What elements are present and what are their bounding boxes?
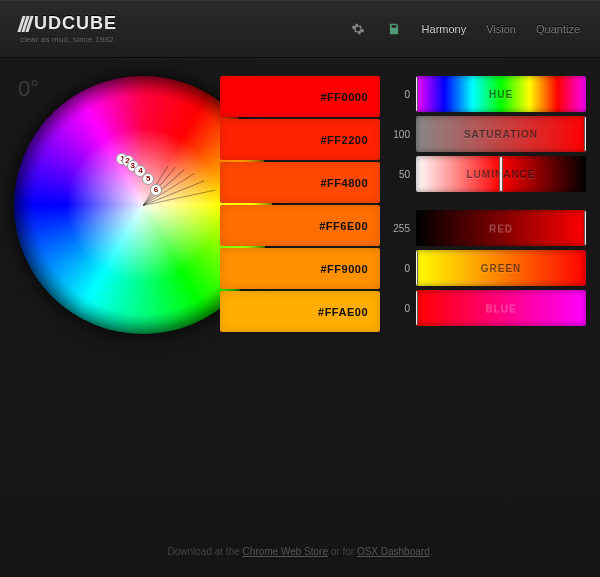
- lum-slider[interactable]: LUMINANCE: [416, 156, 586, 192]
- wheel-point-6[interactable]: 6: [150, 184, 162, 196]
- swatch-list: #FF0000#FF2200#FF4800#FF6E00#FF9000#FFAE…: [220, 76, 380, 334]
- red-handle[interactable]: [584, 210, 586, 246]
- blue-slider[interactable]: BLUE: [416, 290, 586, 326]
- nav-quantize[interactable]: Quantize: [536, 23, 580, 35]
- hue-label: HUE: [416, 76, 586, 112]
- blue-value: 0: [388, 303, 410, 314]
- swatch-4[interactable]: #FF6E00: [220, 205, 380, 246]
- app-root: UDCUBE clear as mud, since 1982 Harmony …: [0, 0, 600, 577]
- red-control: 255 RED: [388, 210, 586, 246]
- brand-tagline: clear as mud, since 1982: [20, 35, 117, 44]
- save-icon[interactable]: [386, 21, 402, 37]
- blue-control: 0 BLUE: [388, 290, 586, 326]
- swatch-6[interactable]: #FFAE00: [220, 291, 380, 332]
- sat-value: 100: [388, 129, 410, 140]
- controls: 0 HUE 100 SATURATION 50 LUMINANCE: [388, 76, 586, 334]
- luminance-control: 50 LUMINANCE: [388, 156, 586, 192]
- nav-vision[interactable]: Vision: [486, 23, 516, 35]
- swatch-3[interactable]: #FF4800: [220, 162, 380, 203]
- swatch-5[interactable]: #FF9000: [220, 248, 380, 289]
- sat-slider[interactable]: SATURATION: [416, 116, 586, 152]
- green-handle[interactable]: [416, 250, 418, 286]
- footer: Download at the Chrome Web Store or for …: [0, 546, 600, 557]
- header: UDCUBE clear as mud, since 1982 Harmony …: [0, 0, 600, 58]
- hue-value: 0: [388, 89, 410, 100]
- red-slider[interactable]: RED: [416, 210, 586, 246]
- swatch-2[interactable]: #FF2200: [220, 119, 380, 160]
- red-label: RED: [416, 210, 586, 246]
- lum-value: 50: [388, 169, 410, 180]
- lum-handle[interactable]: [499, 156, 503, 192]
- brand-name: UDCUBE: [20, 13, 117, 34]
- nav-harmony[interactable]: Harmony: [422, 23, 467, 35]
- green-slider[interactable]: GREEN: [416, 250, 586, 286]
- green-label: GREEN: [416, 250, 586, 286]
- hue-control: 0 HUE: [388, 76, 586, 112]
- osx-dashboard-link[interactable]: OSX Dashboard: [357, 546, 430, 557]
- hue-handle[interactable]: [416, 76, 418, 112]
- chrome-store-link[interactable]: Chrome Web Store: [243, 546, 328, 557]
- sat-label: SATURATION: [416, 116, 586, 152]
- blue-handle[interactable]: [416, 290, 418, 326]
- hue-slider[interactable]: HUE: [416, 76, 586, 112]
- swatch-1[interactable]: #FF0000: [220, 76, 380, 117]
- sat-handle[interactable]: [584, 116, 586, 152]
- gear-icon[interactable]: [350, 21, 366, 37]
- blue-label: BLUE: [416, 290, 586, 326]
- nav: Harmony Vision Quantize: [350, 21, 580, 37]
- logo[interactable]: UDCUBE clear as mud, since 1982: [20, 13, 117, 44]
- red-value: 255: [388, 223, 410, 234]
- main: 0° 123456 #FF0000#FF2200#FF4800#FF6E00#F…: [0, 58, 600, 334]
- green-control: 0 GREEN: [388, 250, 586, 286]
- saturation-control: 100 SATURATION: [388, 116, 586, 152]
- green-value: 0: [388, 263, 410, 274]
- brand-text: UDCUBE: [34, 13, 117, 34]
